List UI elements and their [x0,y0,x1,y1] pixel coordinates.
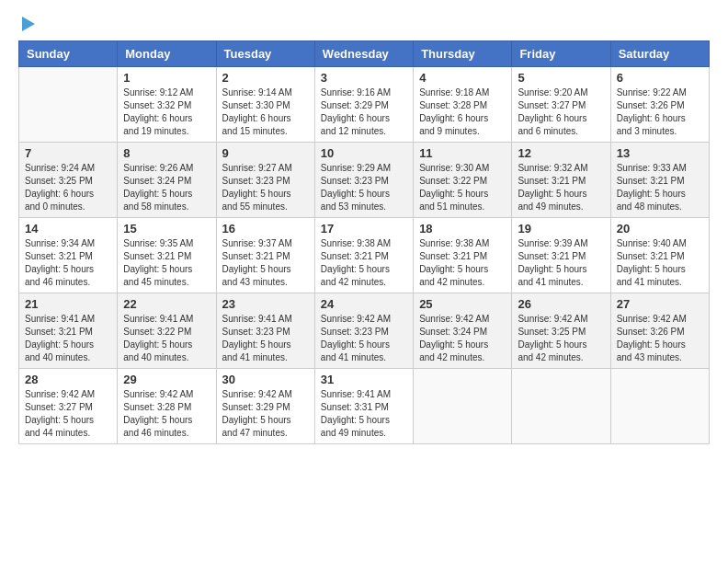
day-number: 14 [25,222,111,236]
day-number: 4 [419,71,506,85]
day-number: 11 [419,146,506,160]
day-info: Sunrise: 9:29 AM Sunset: 3:23 PM Dayligh… [321,162,407,213]
day-info: Sunrise: 9:14 AM Sunset: 3:30 PM Dayligh… [222,86,309,138]
day-info: Sunrise: 9:38 AM Sunset: 3:21 PM Dayligh… [419,237,506,289]
header-thursday: Thursday [414,41,512,67]
header-sunday: Sunday [19,41,118,67]
cell-week4-day4: 25Sunrise: 9:42 AM Sunset: 3:24 PM Dayli… [414,293,512,369]
cell-week3-day1: 15Sunrise: 9:35 AM Sunset: 3:21 PM Dayli… [118,218,216,293]
cell-week4-day3: 24Sunrise: 9:42 AM Sunset: 3:23 PM Dayli… [314,293,413,369]
day-number: 29 [123,373,210,386]
week-row-3: 14Sunrise: 9:34 AM Sunset: 3:21 PM Dayli… [19,218,710,293]
day-number: 20 [617,222,703,236]
day-info: Sunrise: 9:32 AM Sunset: 3:21 PM Dayligh… [518,162,604,213]
day-info: Sunrise: 9:16 AM Sunset: 3:29 PM Dayligh… [321,86,407,138]
day-number: 22 [123,297,210,311]
cell-week1-day4: 4Sunrise: 9:18 AM Sunset: 3:28 PM Daylig… [414,67,512,143]
day-number: 24 [321,297,407,311]
week-row-5: 28Sunrise: 9:42 AM Sunset: 3:27 PM Dayli… [19,369,710,444]
cell-week4-day6: 27Sunrise: 9:42 AM Sunset: 3:26 PM Dayli… [610,293,709,369]
cell-week1-day2: 2Sunrise: 9:14 AM Sunset: 3:30 PM Daylig… [216,67,314,143]
day-info: Sunrise: 9:42 AM Sunset: 3:26 PM Dayligh… [617,313,703,364]
cell-week2-day1: 8Sunrise: 9:26 AM Sunset: 3:24 PM Daylig… [118,143,216,218]
day-info: Sunrise: 9:41 AM Sunset: 3:22 PM Dayligh… [123,313,210,364]
cell-week5-day4 [414,369,512,444]
week-row-2: 7Sunrise: 9:24 AM Sunset: 3:25 PM Daylig… [19,143,710,218]
day-info: Sunrise: 9:33 AM Sunset: 3:21 PM Dayligh… [617,162,703,213]
day-number: 25 [419,297,506,311]
cell-week5-day3: 31Sunrise: 9:41 AM Sunset: 3:31 PM Dayli… [314,369,413,444]
cell-week4-day1: 22Sunrise: 9:41 AM Sunset: 3:22 PM Dayli… [118,293,216,369]
day-number: 15 [123,222,210,236]
cell-week1-day6: 6Sunrise: 9:22 AM Sunset: 3:26 PM Daylig… [610,67,709,143]
day-number: 31 [321,373,407,386]
cell-week4-day0: 21Sunrise: 9:41 AM Sunset: 3:21 PM Dayli… [19,293,118,369]
day-number: 30 [222,373,309,386]
cell-week3-day3: 17Sunrise: 9:38 AM Sunset: 3:21 PM Dayli… [314,218,413,293]
day-info: Sunrise: 9:20 AM Sunset: 3:27 PM Dayligh… [518,86,604,138]
day-info: Sunrise: 9:42 AM Sunset: 3:27 PM Dayligh… [25,388,111,440]
day-number: 9 [222,146,309,160]
day-number: 16 [222,222,309,236]
cell-week2-day0: 7Sunrise: 9:24 AM Sunset: 3:25 PM Daylig… [19,143,118,218]
cell-week4-day2: 23Sunrise: 9:41 AM Sunset: 3:23 PM Dayli… [216,293,314,369]
day-info: Sunrise: 9:30 AM Sunset: 3:22 PM Dayligh… [419,162,506,213]
day-info: Sunrise: 9:42 AM Sunset: 3:23 PM Dayligh… [321,313,407,364]
cell-week1-day3: 3Sunrise: 9:16 AM Sunset: 3:29 PM Daylig… [314,67,413,143]
cell-week5-day0: 28Sunrise: 9:42 AM Sunset: 3:27 PM Dayli… [19,369,118,444]
header-wednesday: Wednesday [314,41,413,67]
day-number: 28 [25,373,111,386]
day-info: Sunrise: 9:42 AM Sunset: 3:29 PM Dayligh… [222,388,309,440]
day-info: Sunrise: 9:35 AM Sunset: 3:21 PM Dayligh… [123,237,210,289]
cell-week2-day4: 11Sunrise: 9:30 AM Sunset: 3:22 PM Dayli… [414,143,512,218]
cell-week3-day4: 18Sunrise: 9:38 AM Sunset: 3:21 PM Dayli… [414,218,512,293]
day-info: Sunrise: 9:24 AM Sunset: 3:25 PM Dayligh… [25,162,111,213]
header-friday: Friday [512,41,610,67]
day-number: 6 [617,71,703,85]
day-number: 17 [321,222,407,236]
day-number: 2 [222,71,309,85]
logo-arrow-icon [22,17,35,31]
cell-week1-day1: 1Sunrise: 9:12 AM Sunset: 3:32 PM Daylig… [118,67,216,143]
cell-week4-day5: 26Sunrise: 9:42 AM Sunset: 3:25 PM Dayli… [512,293,610,369]
logo [18,18,35,31]
cell-week5-day5 [512,369,610,444]
day-number: 7 [25,146,111,160]
day-info: Sunrise: 9:41 AM Sunset: 3:31 PM Dayligh… [321,388,407,440]
day-info: Sunrise: 9:41 AM Sunset: 3:21 PM Dayligh… [25,313,111,364]
cell-week3-day0: 14Sunrise: 9:34 AM Sunset: 3:21 PM Dayli… [19,218,118,293]
cell-week2-day6: 13Sunrise: 9:33 AM Sunset: 3:21 PM Dayli… [610,143,709,218]
week-row-1: 1Sunrise: 9:12 AM Sunset: 3:32 PM Daylig… [19,67,710,143]
day-info: Sunrise: 9:40 AM Sunset: 3:21 PM Dayligh… [617,237,703,289]
day-info: Sunrise: 9:12 AM Sunset: 3:32 PM Dayligh… [123,86,210,138]
page-header [18,18,710,31]
day-number: 13 [617,146,703,160]
cell-week2-day5: 12Sunrise: 9:32 AM Sunset: 3:21 PM Dayli… [512,143,610,218]
cell-week3-day5: 19Sunrise: 9:39 AM Sunset: 3:21 PM Dayli… [512,218,610,293]
cell-week5-day6 [610,369,709,444]
day-info: Sunrise: 9:42 AM Sunset: 3:25 PM Dayligh… [518,313,604,364]
day-info: Sunrise: 9:18 AM Sunset: 3:28 PM Dayligh… [419,86,506,138]
day-info: Sunrise: 9:34 AM Sunset: 3:21 PM Dayligh… [25,237,111,289]
cell-week2-day2: 9Sunrise: 9:27 AM Sunset: 3:23 PM Daylig… [216,143,314,218]
calendar-header-row: SundayMondayTuesdayWednesdayThursdayFrid… [19,41,710,67]
day-number: 12 [518,146,604,160]
calendar-table: SundayMondayTuesdayWednesdayThursdayFrid… [18,40,710,444]
day-number: 27 [617,297,703,311]
day-info: Sunrise: 9:39 AM Sunset: 3:21 PM Dayligh… [518,237,604,289]
day-number: 26 [518,297,604,311]
day-number: 18 [419,222,506,236]
header-tuesday: Tuesday [216,41,314,67]
cell-week1-day5: 5Sunrise: 9:20 AM Sunset: 3:27 PM Daylig… [512,67,610,143]
day-info: Sunrise: 9:42 AM Sunset: 3:24 PM Dayligh… [419,313,506,364]
day-info: Sunrise: 9:22 AM Sunset: 3:26 PM Dayligh… [617,86,703,138]
cell-week5-day2: 30Sunrise: 9:42 AM Sunset: 3:29 PM Dayli… [216,369,314,444]
day-number: 19 [518,222,604,236]
cell-week3-day2: 16Sunrise: 9:37 AM Sunset: 3:21 PM Dayli… [216,218,314,293]
header-monday: Monday [118,41,216,67]
cell-week2-day3: 10Sunrise: 9:29 AM Sunset: 3:23 PM Dayli… [314,143,413,218]
day-info: Sunrise: 9:42 AM Sunset: 3:28 PM Dayligh… [123,388,210,440]
day-info: Sunrise: 9:38 AM Sunset: 3:21 PM Dayligh… [321,237,407,289]
day-number: 23 [222,297,309,311]
day-info: Sunrise: 9:41 AM Sunset: 3:23 PM Dayligh… [222,313,309,364]
